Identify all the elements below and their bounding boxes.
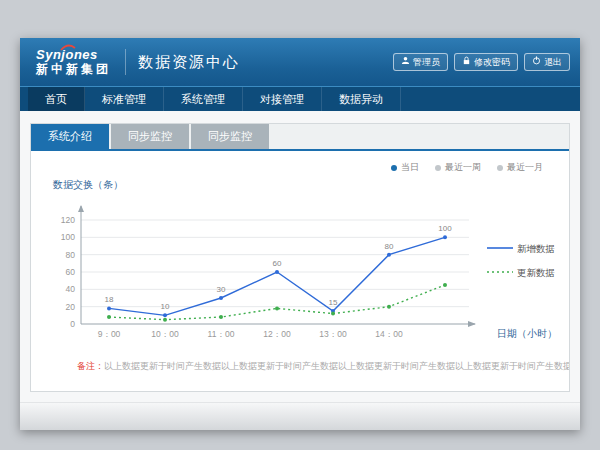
lock-icon	[462, 56, 471, 68]
svg-text:20: 20	[66, 302, 76, 312]
admin-button-label: 管理员	[413, 57, 440, 68]
user-icon	[401, 56, 410, 68]
svg-text:40: 40	[66, 284, 76, 294]
legend-dot-icon	[497, 165, 503, 171]
svg-text:80: 80	[385, 242, 394, 251]
content-area: 系统介绍 同步监控 同步监控 当日 最近一周 最近一月 数据交换（条）	[20, 111, 580, 402]
nav-item-home[interactable]: 首页	[28, 87, 85, 111]
svg-text:11：00: 11：00	[208, 329, 235, 339]
nav-item-system-mgmt[interactable]: 系统管理	[164, 87, 243, 111]
svg-text:12：00: 12：00	[263, 329, 291, 339]
nav-item-connect-mgmt[interactable]: 对接管理	[243, 87, 322, 111]
svg-text:120: 120	[61, 215, 75, 225]
window-footer	[20, 402, 580, 430]
svg-text:日期（小时）: 日期（小时）	[497, 328, 557, 339]
change-password-button-label: 修改密码	[474, 57, 510, 68]
app-header: Synjones 新中新集团 数据资源中心 管理员 修改密码 退出	[20, 38, 580, 86]
nav-item-standard-mgmt[interactable]: 标准管理	[85, 87, 164, 111]
filter-last-month[interactable]: 最近一月	[497, 161, 543, 174]
chart-container: 0204060801001209：0010：0011：0012：0013：001…	[41, 196, 569, 346]
legend-dot-icon	[391, 165, 397, 171]
svg-text:60: 60	[273, 259, 282, 268]
footnote: 备注：以上数据更新于时间产生数据以上数据更新于时间产生数据以上数据更新于时间产生…	[31, 346, 569, 373]
app-title: 数据资源中心	[138, 53, 240, 72]
filter-today[interactable]: 当日	[391, 161, 419, 174]
svg-text:60: 60	[66, 267, 76, 277]
svg-text:30: 30	[217, 285, 226, 294]
legend-dot-icon	[435, 165, 441, 171]
svg-text:13：00: 13：00	[319, 329, 347, 339]
company-name: 新中新集团	[36, 63, 111, 77]
svg-text:10: 10	[161, 302, 170, 311]
power-icon	[532, 56, 541, 68]
svg-text:15: 15	[329, 298, 338, 307]
svg-text:9：00: 9：00	[98, 329, 121, 339]
svg-text:更新数据: 更新数据	[517, 267, 555, 278]
filter-last-month-label: 最近一月	[507, 161, 543, 174]
svg-text:14：00: 14：00	[375, 329, 403, 339]
footnote-text: 以上数据更新于时间产生数据以上数据更新于时间产生数据以上数据更新于时间产生数据以…	[104, 361, 569, 371]
svg-text:18: 18	[105, 295, 114, 304]
svg-text:100: 100	[61, 232, 75, 242]
change-password-button[interactable]: 修改密码	[454, 53, 518, 71]
filter-last-week-label: 最近一周	[445, 161, 481, 174]
y-axis-title: 数据交换（条）	[53, 178, 569, 192]
tab-sync-monitor-1[interactable]: 同步监控	[111, 124, 189, 149]
filter-today-label: 当日	[401, 161, 419, 174]
footnote-prefix: 备注：	[77, 361, 104, 371]
svg-text:0: 0	[70, 319, 75, 329]
line-chart: 0204060801001209：0010：0011：0012：0013：001…	[41, 196, 570, 342]
logo-swoosh-icon	[60, 44, 76, 51]
header-divider	[125, 49, 126, 75]
logout-button-label: 退出	[544, 57, 562, 68]
app-window: Synjones 新中新集团 数据资源中心 管理员 修改密码 退出 首页 标准管…	[20, 38, 580, 430]
nav-item-data-change[interactable]: 数据异动	[322, 87, 401, 111]
svg-text:100: 100	[438, 224, 452, 233]
filter-last-week[interactable]: 最近一周	[435, 161, 481, 174]
header-actions: 管理员 修改密码 退出	[393, 53, 570, 71]
brand-logo: Synjones 新中新集团	[36, 48, 111, 77]
range-filters: 当日 最近一周 最近一月	[31, 151, 569, 174]
svg-text:新增数据: 新增数据	[517, 243, 555, 254]
admin-button[interactable]: 管理员	[393, 53, 448, 71]
svg-text:80: 80	[66, 250, 76, 260]
main-nav: 首页 标准管理 系统管理 对接管理 数据异动	[20, 86, 580, 111]
content-panel: 系统介绍 同步监控 同步监控 当日 最近一周 最近一月 数据交换（条）	[30, 123, 570, 392]
tab-system-intro[interactable]: 系统介绍	[31, 124, 109, 149]
tab-bar: 系统介绍 同步监控 同步监控	[31, 124, 569, 151]
svg-text:10：00: 10：00	[151, 329, 179, 339]
tab-sync-monitor-2[interactable]: 同步监控	[191, 124, 269, 149]
logout-button[interactable]: 退出	[524, 53, 570, 71]
